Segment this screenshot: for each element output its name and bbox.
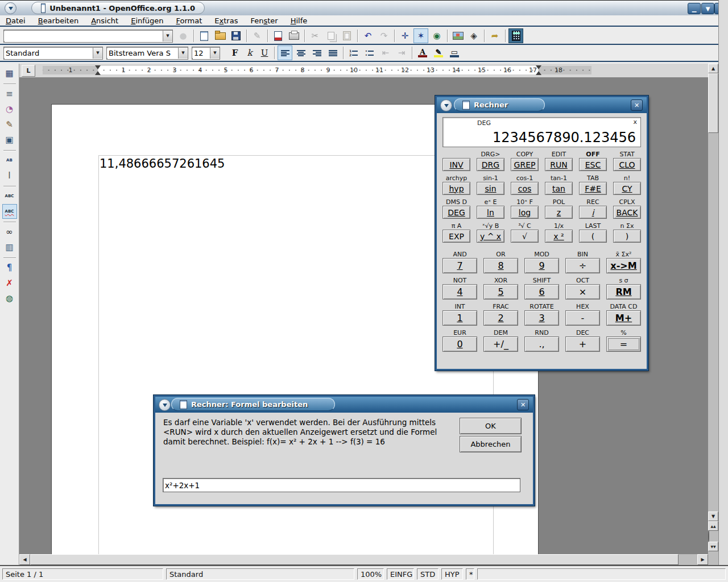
minimize-button[interactable]: ▁ [688,3,701,14]
window-title-tab[interactable]: Unbenannt1 - OpenOffice.org 1.1.0 [31,2,205,14]
indent-marker-left[interactable] [95,65,101,75]
dialog-title-tab[interactable]: Rechner: Formel bearbeiten [171,398,335,411]
document-text[interactable]: 11,48666657261645 [100,157,225,171]
calc-button-7[interactable]: 7 [442,258,477,273]
calculator-titlebar[interactable]: Rechner ✕ [437,97,647,113]
calc-button-drg[interactable]: DRG [477,158,504,171]
increase-indent-button[interactable]: ⇥ [394,45,409,60]
numbered-list-button[interactable]: 12 [346,45,361,60]
decrease-indent-button[interactable]: ⇤ [378,45,393,60]
print-file-icon[interactable] [287,28,301,43]
calc-button-9[interactable]: 9 [524,258,559,273]
direct-cursor-icon[interactable]: I [2,168,17,183]
background-color-button[interactable]: ▭ [447,45,462,60]
bullet-list-button[interactable]: •• [362,45,377,60]
bold-button[interactable]: F [228,46,242,60]
form-functions-icon[interactable]: ▣ [2,132,17,147]
calc-button-tan[interactable]: tan [545,182,573,195]
spellcheck-icon[interactable]: ABC [2,189,17,203]
menu-hilfe[interactable]: Hilfe [291,16,308,25]
stop-loading-icon[interactable]: ● [176,28,191,43]
undo-icon[interactable]: ↶ [361,28,375,43]
paragraph-style-combobox[interactable]: ▼ [3,47,103,60]
data-sources-small-icon[interactable]: ▥ [2,240,17,255]
calc-button-y-x[interactable]: y ^ x [477,230,504,243]
status-page[interactable]: Seite 1 / 1 [2,568,163,580]
online-layout-icon[interactable]: ◍ [2,291,17,306]
find-replace-icon[interactable]: ∞ [2,225,17,239]
satellite-dish-icon[interactable]: ✶ [413,28,428,43]
scroll-left-icon[interactable]: ◀ [19,554,30,565]
align-right-button[interactable] [309,45,324,60]
align-justify-button[interactable] [325,45,340,60]
status-insertmode[interactable]: EINFG [387,568,414,580]
data-sources-icon[interactable]: ◈ [466,28,481,43]
calc-button-[interactable]: +/_ [483,336,518,352]
menu-fenster[interactable]: Fenster [250,16,278,25]
menu-ansicht[interactable]: Ansicht [91,16,118,25]
paragraph-style-input[interactable] [4,48,93,58]
maximize-button[interactable]: ▼ [701,3,714,14]
document-globe-icon[interactable]: ◉ [429,28,444,43]
paste-icon[interactable] [340,28,354,43]
tab-type-selector[interactable]: L [22,65,35,77]
navigator-compass-icon[interactable]: ✛ [398,28,412,43]
calc-button-deg[interactable]: DEG [442,206,470,219]
calc-button-clo[interactable]: CLO [613,158,641,171]
dialog-close-icon[interactable]: ✕ [517,399,529,410]
open-file-icon[interactable] [213,28,228,43]
font-name-combobox[interactable]: ▼ [106,47,188,60]
gallery-icon[interactable] [450,28,465,43]
copy-icon[interactable] [324,28,338,43]
graphics-onoff-icon[interactable]: ✗ [2,276,17,290]
navigation-dot-icon[interactable] [708,530,709,542]
dialog-window-menu-button[interactable] [159,399,171,411]
mail-document-icon[interactable] [271,28,286,43]
vertical-scrollbar[interactable]: ▲ ▼ ▲▲ ▼▼ [708,64,718,565]
calc-button-[interactable]: ) [613,230,641,243]
url-combobox[interactable]: ▼ [3,30,173,43]
calc-button-sin[interactable]: sin [477,182,504,195]
calc-button-back[interactable]: BACK [613,206,641,219]
horizontal-scrollbar[interactable]: ◀ ▶ [19,554,708,565]
calc-button-log[interactable]: log [511,206,539,219]
status-hyperlinkmode[interactable]: HYP [441,568,463,580]
font-name-input[interactable] [107,48,178,58]
calc-button-1[interactable]: 1 [442,310,477,326]
italic-button[interactable]: k [243,46,257,60]
calc-button-[interactable]: ÷ [565,258,600,273]
calculator-icon[interactable] [508,28,523,43]
cancel-button[interactable]: Abbrechen [460,436,522,452]
calc-button-[interactable]: ( [579,230,607,243]
nonprinting-characters-icon[interactable]: ¶ [2,260,17,275]
underline-button[interactable]: U [258,46,271,60]
calc-button-x-m[interactable]: x->M [606,258,641,273]
calc-button-[interactable]: × [565,284,600,300]
status-pagestyle[interactable]: Standard [166,568,354,580]
menu-extras[interactable]: Extras [214,16,238,25]
calc-button-esc[interactable]: ESC [579,158,607,171]
menu-datei[interactable]: Datei [6,16,26,25]
horizontal-scrollbar-thumb[interactable] [30,554,679,565]
calc-button-x[interactable]: x ² [545,230,573,243]
calc-button-5[interactable]: 5 [483,284,518,300]
calc-button-grep[interactable]: GREP [511,158,539,171]
autospellcheck-icon[interactable]: ABC [2,204,17,219]
status-extra[interactable] [477,568,726,580]
chevron-down-icon[interactable]: ▼ [178,48,188,59]
indent-marker-right[interactable] [536,65,541,75]
calc-button-m[interactable]: M+ [606,310,641,326]
main-window-titlebar[interactable]: Unbenannt1 - OpenOffice.org 1.1.0 ▁ ▼ ✕ [0,0,728,16]
highlight-color-button[interactable]: ✎ [431,45,446,60]
calc-button-cos[interactable]: cos [511,182,539,195]
hyperlink-arrow-icon[interactable]: ➦ [487,28,502,43]
status-zoom[interactable]: 100% [357,568,384,580]
vertical-scrollbar-thumb[interactable] [708,73,718,133]
status-selectionmode[interactable]: STD [417,568,439,580]
chevron-down-icon[interactable]: ▼ [210,48,220,59]
align-left-button[interactable] [278,45,292,60]
menu-bearbeiten[interactable]: Bearbeiten [38,16,78,25]
calc-button-cy[interactable]: CY [613,182,641,195]
calculator-close-icon[interactable]: ✕ [631,99,643,111]
draw-functions-icon[interactable]: ✎ [2,117,17,132]
